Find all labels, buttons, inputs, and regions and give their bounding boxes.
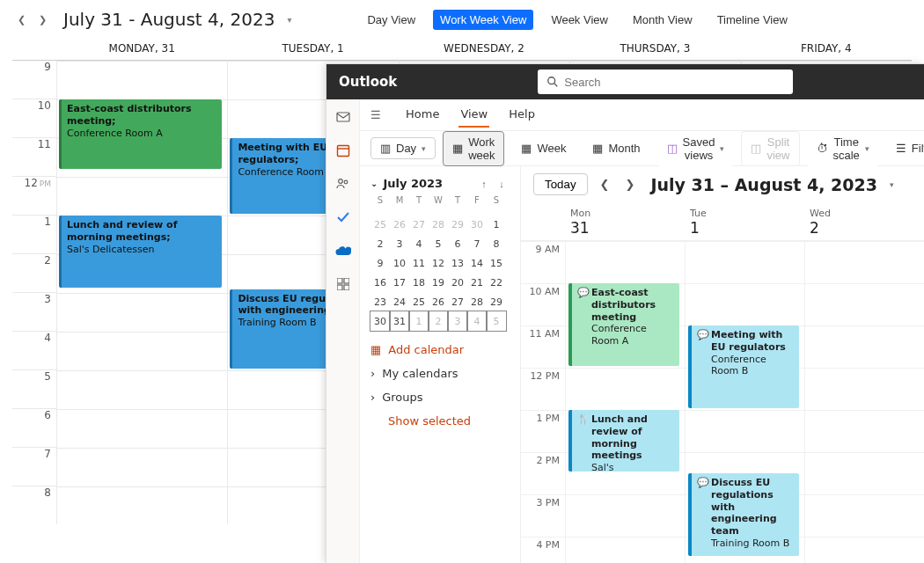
mail-icon[interactable]	[334, 108, 352, 126]
people-icon[interactable]	[334, 175, 352, 193]
calendar-event[interactable]: 💬East-coast distributors meetingConferen…	[568, 283, 679, 366]
mini-day[interactable]: 21	[467, 273, 487, 292]
mini-day[interactable]: 26	[390, 215, 409, 234]
mini-day[interactable]: 6	[448, 234, 467, 253]
time-scale-button[interactable]: ⏱Time scale▾	[807, 131, 879, 166]
search-input[interactable]	[564, 76, 784, 89]
search-box[interactable]	[538, 69, 793, 94]
week-button[interactable]: ▦Week	[511, 137, 576, 159]
onedrive-icon[interactable]	[334, 242, 352, 260]
mini-day[interactable]: 28	[467, 292, 487, 311]
chevron-down-icon[interactable]: ▾	[890, 180, 894, 189]
mini-day[interactable]: 12	[429, 253, 448, 273]
mini-day[interactable]: 15	[487, 253, 506, 273]
mini-day[interactable]: 22	[487, 273, 506, 292]
calendar-event[interactable]: 🍴Lunch and review of morning meetingsSal…	[568, 410, 679, 472]
weekday-label: Mon	[570, 208, 679, 219]
mini-day[interactable]: 10	[390, 253, 409, 273]
view-button-timeline-view[interactable]: Timeline View	[710, 10, 795, 30]
mini-day[interactable]: 26	[429, 292, 448, 311]
mini-day[interactable]: 27	[409, 215, 429, 234]
mini-day[interactable]: 24	[390, 292, 409, 311]
mini-day[interactable]: 27	[448, 292, 467, 311]
mini-day[interactable]: 18	[409, 273, 429, 292]
calendar-event[interactable]: 💬Discuss EU regulations with engineering…	[688, 473, 799, 556]
mini-day[interactable]: 23	[370, 292, 390, 311]
add-calendar-link[interactable]: ▦Add calendar	[370, 343, 510, 356]
day-header[interactable]: Wed2	[804, 202, 924, 240]
day-column[interactable]: 💬East-coast distributors meetingConferen…	[565, 241, 685, 563]
mini-day[interactable]: 4	[467, 311, 487, 331]
tab-home[interactable]: Home	[404, 102, 441, 128]
day-header[interactable]: Tue1	[685, 202, 804, 240]
mini-day[interactable]: 5	[487, 311, 506, 331]
my-calendars-link[interactable]: ›My calendars	[370, 367, 510, 380]
mini-month-label[interactable]: ⌄July 2023	[370, 177, 443, 190]
mini-day[interactable]: 17	[390, 273, 409, 292]
date-range-title: July 31 - August 4, 2023	[63, 9, 275, 30]
view-button-day-view[interactable]: Day View	[360, 10, 422, 30]
mini-day[interactable]: 29	[487, 292, 506, 311]
mini-day[interactable]: 20	[448, 273, 467, 292]
prev-range-button[interactable]: ❮	[12, 11, 30, 28]
show-selected-link[interactable]: Show selected	[388, 414, 510, 428]
mini-day[interactable]: 3	[390, 234, 409, 253]
mini-day[interactable]: 5	[429, 234, 448, 253]
mini-day[interactable]: 8	[487, 234, 506, 253]
mini-day[interactable]: 28	[429, 215, 448, 234]
mini-next-month[interactable]: ↓	[494, 179, 510, 189]
mini-day[interactable]: 25	[409, 292, 429, 311]
time-label: 10	[12, 99, 56, 137]
apps-icon[interactable]	[334, 275, 352, 293]
saved-views-button[interactable]: ◫Saved views▾	[657, 131, 735, 166]
day-column[interactable]: 💬Meeting with EU regulatorsConference Ro…	[685, 241, 804, 563]
mini-day[interactable]: 25	[370, 215, 390, 234]
work-week-icon: ▦	[452, 142, 463, 155]
today-button[interactable]: Today	[533, 173, 588, 195]
filter-button[interactable]: ☰Filter	[886, 137, 924, 159]
mini-day[interactable]: 30	[370, 311, 390, 331]
tab-help[interactable]: Help	[507, 102, 537, 128]
mini-day[interactable]: 29	[448, 215, 467, 234]
view-button-month-view[interactable]: Month View	[626, 10, 700, 30]
day-column[interactable]	[804, 241, 924, 563]
mini-day[interactable]: 1	[409, 311, 429, 331]
mini-day[interactable]: 3	[448, 311, 467, 331]
mini-day[interactable]: 16	[370, 273, 390, 292]
svg-rect-3	[337, 146, 348, 157]
calendar-event[interactable]: East-coast distributors meeting;Conferen…	[59, 99, 222, 169]
mini-day[interactable]: 2	[370, 234, 390, 253]
month-button[interactable]: ▦Month	[583, 137, 649, 159]
event-location: Training Room B	[238, 317, 316, 328]
next-range-button[interactable]: ❯	[33, 11, 51, 28]
day-header[interactable]: Mon31	[565, 202, 685, 240]
mini-day[interactable]: 9	[370, 253, 390, 273]
mini-day[interactable]: 7	[467, 234, 487, 253]
calendar-event[interactable]: Lunch and review of morning meetings;Sal…	[59, 216, 222, 288]
tab-view[interactable]: View	[458, 102, 489, 128]
mini-day[interactable]: 1	[487, 215, 506, 234]
next-week-button[interactable]: ❯	[625, 178, 634, 191]
day-column[interactable]: East-coast distributors meeting;Conferen…	[56, 60, 227, 524]
view-button-work-week-view[interactable]: Work Week View	[433, 10, 533, 30]
todo-icon[interactable]	[334, 208, 352, 226]
mini-day[interactable]: 19	[429, 273, 448, 292]
work-week-button[interactable]: ▦Work week	[443, 131, 504, 166]
mini-day[interactable]: 4	[409, 234, 429, 253]
mini-day[interactable]: 2	[429, 311, 448, 331]
prev-week-button[interactable]: ❮	[600, 178, 610, 191]
hamburger-icon[interactable]: ☰	[370, 108, 386, 121]
mini-day[interactable]: 13	[448, 253, 467, 273]
calendar-event[interactable]: 💬Meeting with EU regulatorsConference Ro…	[688, 325, 799, 408]
mini-day[interactable]: 11	[409, 253, 429, 273]
mini-day[interactable]: 14	[467, 253, 487, 273]
mini-day[interactable]: 31	[390, 311, 409, 331]
mini-day[interactable]: 30	[467, 215, 487, 234]
view-button-week-view[interactable]: Week View	[544, 10, 615, 30]
groups-link[interactable]: ›Groups	[370, 391, 510, 404]
chevron-down-icon[interactable]: ▾	[287, 15, 291, 25]
calendar-icon[interactable]	[334, 142, 352, 159]
day-button[interactable]: ▥Day▾	[370, 137, 436, 159]
mini-prev-month[interactable]: ↑	[476, 179, 492, 189]
day-icon: ▥	[380, 142, 391, 155]
